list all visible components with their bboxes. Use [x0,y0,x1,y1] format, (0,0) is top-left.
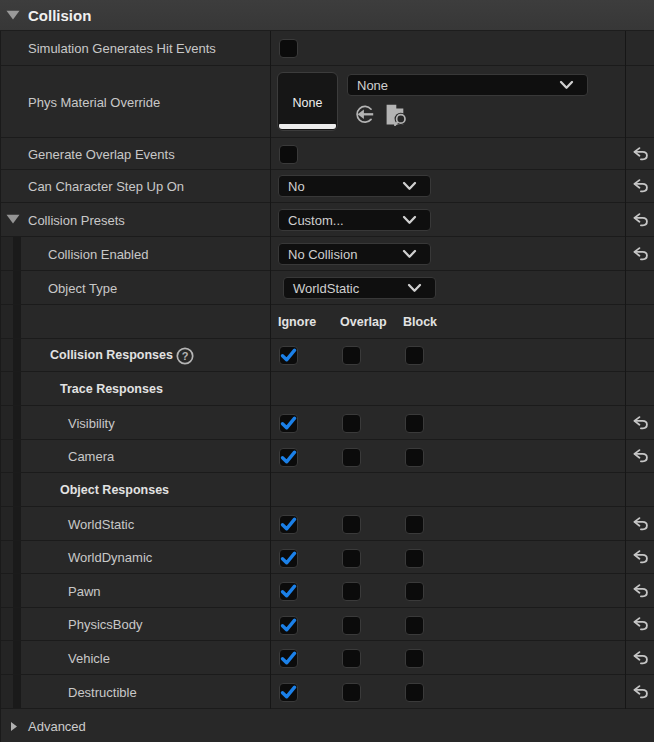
svg-text:?: ? [182,350,189,362]
